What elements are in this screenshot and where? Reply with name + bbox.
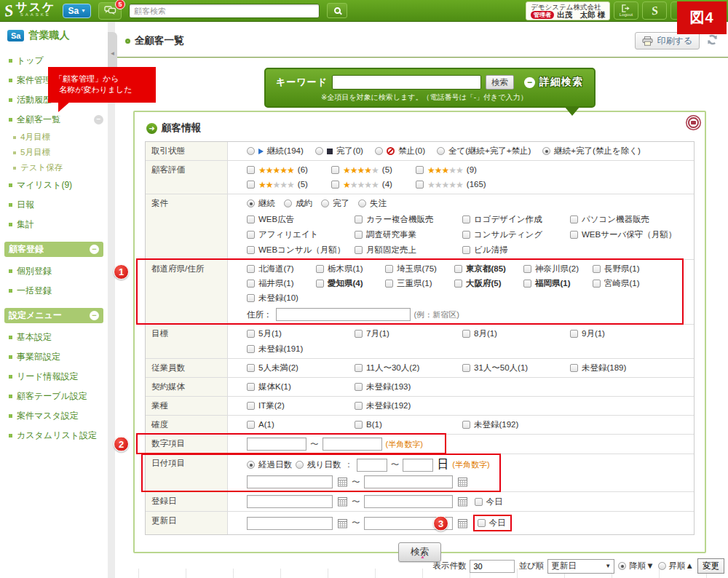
numeric-from-input[interactable] [247, 438, 306, 451]
days-from-input[interactable] [357, 459, 387, 472]
calendar-icon[interactable] [338, 496, 348, 507]
radio-button[interactable] [247, 199, 255, 207]
radio-button[interactable] [247, 147, 255, 155]
radio-button[interactable] [437, 147, 445, 155]
radio-button[interactable] [247, 461, 255, 469]
checkbox[interactable] [523, 280, 531, 288]
remaining-days-radio[interactable]: 残り日数 [296, 459, 341, 471]
global-search-button[interactable] [327, 3, 347, 18]
sidebar-section-settings[interactable]: 設定メニュー − [4, 308, 103, 323]
sidebar-section-customer[interactable]: 顧客登録 − [4, 242, 103, 257]
checkbox[interactable] [331, 166, 339, 174]
checkbox[interactable] [247, 345, 255, 353]
sort-desc-radio[interactable]: 降順▼ [618, 561, 654, 571]
sidebar-item[interactable]: 顧客テーブル設定 [0, 387, 108, 406]
checkbox[interactable] [416, 181, 424, 189]
sa-app-switcher[interactable]: Sa ▼ [63, 4, 91, 18]
prefecture-option[interactable]: 神奈川県(2) [523, 263, 593, 275]
print-button[interactable]: 印刷する [635, 32, 700, 50]
radio-button[interactable] [618, 562, 626, 570]
created-to-input[interactable] [364, 495, 453, 508]
checkbox[interactable] [462, 246, 470, 254]
checkbox[interactable] [247, 246, 255, 254]
employee-option[interactable]: 11人〜30人(2) [355, 362, 462, 374]
sidebar-item[interactable]: 一括登録 [0, 281, 108, 301]
sidebar-item[interactable]: 基本設定 [0, 328, 108, 347]
radio-button[interactable] [375, 147, 383, 155]
checkbox[interactable] [523, 265, 531, 273]
checkbox[interactable] [355, 402, 363, 410]
prefecture-option[interactable]: 福岡県(1) [523, 277, 593, 290]
checkbox[interactable] [570, 330, 578, 338]
probability-option[interactable]: 未登録(192) [462, 419, 570, 431]
prefecture-option[interactable]: 福井県(1) [247, 277, 316, 290]
sidebar-item[interactable]: 全顧客一覧 − [0, 110, 108, 130]
checkbox[interactable] [454, 280, 462, 288]
project-status-option[interactable]: 継続 [247, 197, 275, 210]
trade-status-option[interactable]: 全て(継続+完了+禁止) [437, 145, 531, 157]
calendar-icon[interactable] [458, 518, 468, 528]
industry-option[interactable]: 未登録(192) [355, 400, 462, 412]
checkbox[interactable] [355, 421, 363, 429]
checkbox[interactable] [316, 280, 324, 288]
keyword-search-button[interactable]: 検索 [486, 75, 514, 90]
project-option[interactable]: WEBコンサル（月額） [247, 244, 355, 256]
rating-option[interactable]: ★★★★★ (6) [247, 164, 331, 176]
goal-option[interactable]: 9月(1) [570, 328, 678, 340]
project-option[interactable]: アフィリエイト [247, 229, 355, 241]
trade-status-option[interactable]: 継続+完了(禁止を除く) [542, 145, 640, 157]
checkbox[interactable] [247, 181, 255, 189]
project-option[interactable]: カラー複合機販売 [355, 213, 462, 226]
goal-option[interactable]: 8月(1) [462, 328, 570, 340]
logout-button[interactable]: Logout [614, 1, 638, 20]
industry-option[interactable]: IT業(2) [247, 400, 355, 412]
project-option[interactable]: WEB広告 [247, 213, 355, 226]
checkbox[interactable] [478, 519, 486, 527]
panel-close-icon[interactable] [688, 117, 699, 128]
goal-option[interactable]: 未登録(191) [247, 343, 355, 355]
checkbox[interactable] [247, 215, 255, 223]
checkbox[interactable] [385, 280, 393, 288]
sidebar-item[interactable]: テスト保存 − [0, 160, 108, 175]
employee-option[interactable]: 未登録(189) [570, 362, 678, 374]
probability-option[interactable]: B(1) [355, 419, 462, 431]
calendar-icon[interactable] [458, 496, 468, 507]
prefecture-option[interactable]: 北海道(7) [247, 263, 316, 275]
sidebar-item[interactable]: 集計 − [0, 215, 108, 234]
prefecture-option[interactable]: 東京都(85) [454, 263, 523, 275]
checkbox[interactable] [247, 294, 255, 302]
project-status-option[interactable]: 失注 [358, 197, 387, 210]
sort-asc-radio[interactable]: 昇順▲ [658, 561, 694, 571]
rating-option[interactable]: ★★★★★ (5) [247, 178, 331, 191]
checkbox[interactable] [247, 364, 255, 372]
checkbox[interactable] [355, 364, 363, 372]
updated-today-checkbox[interactable]: 今日 [478, 517, 506, 529]
checkbox[interactable] [247, 421, 255, 429]
sidebar-item[interactable]: カスタムリスト設定 [0, 426, 108, 446]
prefecture-option[interactable]: 大阪府(5) [454, 277, 523, 290]
checkbox[interactable] [416, 166, 424, 174]
advanced-search-label[interactable]: 詳細検索 [539, 76, 583, 89]
sidebar-item[interactable]: 事業部設定 [0, 347, 108, 367]
sidebar-item[interactable]: 4月目標 − [0, 130, 108, 145]
refresh-button[interactable] [705, 33, 719, 49]
rating-option[interactable]: ★★★★★ (9) [416, 164, 500, 176]
prefecture-option[interactable]: 宮崎県(1) [593, 277, 662, 290]
project-option[interactable]: 月額固定売上 [355, 244, 462, 256]
prefecture-option[interactable]: 埼玉県(75) [385, 263, 454, 275]
radio-button[interactable] [315, 147, 323, 155]
sidebar-item[interactable]: リード情報設定 [0, 367, 108, 387]
checkbox[interactable] [247, 383, 255, 391]
checkbox[interactable] [247, 166, 255, 174]
updated-from-input[interactable] [247, 517, 333, 530]
radio-button[interactable] [321, 199, 329, 207]
employee-option[interactable]: 5人未満(2) [247, 362, 355, 374]
elapsed-days-radio[interactable]: 経過日数 [247, 459, 292, 471]
checkbox[interactable] [570, 215, 578, 223]
rating-option[interactable]: ★★★★★ (5) [331, 164, 416, 176]
project-option[interactable]: WEBサーバ保守（月額） [570, 229, 678, 241]
prefecture-option[interactable]: 栃木県(1) [316, 263, 385, 275]
radio-button[interactable] [358, 199, 366, 207]
project-status-option[interactable]: 完了 [321, 197, 349, 210]
checkbox[interactable] [462, 330, 470, 338]
